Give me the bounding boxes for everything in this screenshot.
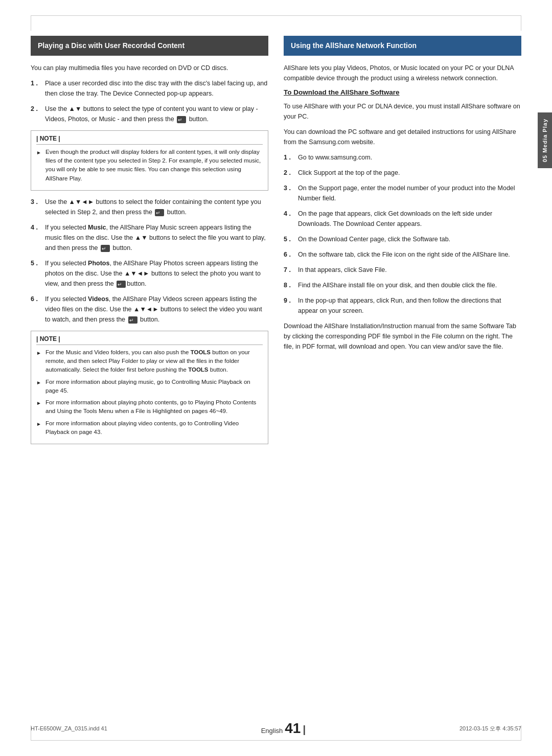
footer-page-number: 41 [285, 721, 301, 736]
left-section-header: Playing a Disc with User Recorded Conten… [31, 36, 268, 56]
right-step-8-text: Find the AllShare install file on your d… [298, 280, 521, 290]
left-step-6-text: If you selected Videos, the AllShare Pla… [45, 294, 268, 325]
left-step-1-num: 1 . [31, 78, 42, 99]
left-section-header-text: Playing a Disc with User Recorded Conten… [38, 41, 185, 50]
note-arrow-2-2: ► [36, 379, 42, 396]
note-item-2-2: ► For more information about playing mus… [36, 378, 263, 396]
right-step-6-num: 6 . [284, 249, 295, 260]
note-item-2-1: ► For the Music and Video folders, you c… [36, 348, 263, 375]
left-step-1: 1 . Place a user recorded disc into the … [31, 78, 268, 99]
left-step-5: 5 . If you selected Photos, the AllShare… [31, 258, 268, 289]
enter-button-icon-1 [177, 116, 186, 123]
note-box-2: | NOTE | ► For the Music and Video folde… [31, 331, 268, 444]
top-border [31, 15, 521, 16]
right-step-7-num: 7 . [284, 265, 295, 275]
right-step-4: 4 . On the page that appears, click Get … [284, 209, 521, 229]
right-column: Using the AllShare Network Function AllS… [284, 36, 521, 450]
left-step-6-num: 6 . [31, 294, 42, 325]
right-step-8-num: 8 . [284, 280, 295, 290]
note-text-2-2: For more information about playing music… [45, 378, 263, 396]
right-step-9-text: In the pop-up that appears, click Run, a… [298, 295, 521, 316]
left-step-2-num: 2 . [31, 104, 42, 124]
right-section-header: Using the AllShare Network Function [284, 36, 521, 56]
note-item-2-3: ► For more information about playing pho… [36, 398, 263, 416]
left-step-4-bold: Music [88, 224, 106, 231]
enter-button-icon-3 [101, 245, 110, 252]
note-arrow-2-4: ► [36, 420, 42, 437]
note-text-2-3: For more information about playing photo… [45, 398, 263, 416]
note-text-2-4: For more information about playing video… [45, 419, 263, 437]
enter-button-icon-4 [117, 281, 126, 288]
enter-button-icon-2 [155, 209, 164, 216]
left-step-5-text: If you selected Photos, the AllShare Pla… [45, 258, 268, 289]
right-step-4-num: 4 . [284, 209, 295, 229]
left-step-3-num: 3 . [31, 197, 42, 217]
right-section-header-text: Using the AllShare Network Function [291, 41, 417, 50]
side-tab-label: 05 Media Play [542, 119, 548, 162]
page-container: 05 Media Play Playing a Disc with User R… [0, 0, 552, 756]
right-step-3-num: 3 . [284, 183, 295, 203]
side-tab: 05 Media Play [538, 112, 552, 168]
left-step-3-text: Use the ▲▼◄► buttons to select the folde… [45, 197, 268, 217]
right-step-2-num: 2 . [284, 168, 295, 178]
right-step-6: 6 . On the software tab, click the File … [284, 249, 521, 260]
subsection-intro-2: You can download the PC software and get… [284, 127, 521, 147]
note-arrow-1: ► [36, 149, 42, 183]
enter-button-icon-5 [128, 316, 137, 324]
right-step-2: 2 . Click Support at the top of the page… [284, 168, 521, 178]
left-step-4-text: If you selected Music, the AllShare Play… [45, 222, 268, 253]
right-step-8: 8 . Find the AllShare install file on yo… [284, 280, 521, 290]
right-step-3: 3 . On the Support page, enter the model… [284, 183, 521, 203]
footer-left-text: HT-E6500W_ZA_0315.indd 41 [31, 725, 107, 731]
left-step-2: 2 . Use the ▲▼ buttons to select the typ… [31, 104, 268, 124]
left-step-4-num: 4 . [31, 222, 42, 253]
footer-right-text: 2012-03-15 오후 4:35:57 [459, 725, 521, 732]
left-step-4: 4 . If you selected Music, the AllShare … [31, 222, 268, 253]
right-step-5: 5 . On the Download Center page, click t… [284, 234, 521, 244]
left-step-1-text: Place a user recorded disc into the disc… [45, 78, 268, 99]
note-arrow-2-1: ► [36, 349, 42, 375]
note-item-2-4: ► For more information about playing vid… [36, 419, 263, 437]
right-step-9: 9 . In the pop-up that appears, click Ru… [284, 295, 521, 316]
left-step-6: 6 . If you selected Videos, the AllShare… [31, 294, 268, 325]
subsection-heading: To Download the AllShare Software [284, 88, 521, 96]
note-label-1: | NOTE | [36, 135, 263, 145]
left-margin-line-top [31, 15, 31, 31]
left-step-5-num: 5 . [31, 258, 42, 289]
footer: HT-E6500W_ZA_0315.indd 41 English 41 | 2… [31, 721, 521, 736]
main-content: Playing a Disc with User Recorded Conten… [31, 36, 521, 450]
left-intro: You can play multimedia files you have r… [31, 63, 268, 73]
left-step-6-bold: Videos [88, 295, 109, 303]
right-step-5-num: 5 . [284, 234, 295, 244]
subsection-intro-1: To use AllShare with your PC or DLNA dev… [284, 101, 521, 122]
right-closing: Download the AllShare Installation/Instr… [284, 321, 521, 352]
footer-english-label: English [261, 727, 283, 735]
right-margin-line-top [521, 15, 521, 31]
note-arrow-2-3: ► [36, 399, 42, 416]
footer-page-info: English 41 | [261, 721, 306, 736]
left-step-2-text: Use the ▲▼ buttons to select the type of… [45, 104, 268, 124]
right-step-7: 7 . In that appears, click Save File. [284, 265, 521, 275]
note-label-2: | NOTE | [36, 335, 263, 345]
right-step-1-num: 1 . [284, 152, 295, 163]
left-step-3: 3 . Use the ▲▼◄► buttons to select the f… [31, 197, 268, 217]
right-step-6-text: On the software tab, click the File icon… [298, 249, 521, 260]
right-step-3-text: On the Support page, enter the model num… [298, 183, 521, 203]
left-step-5-bold: Photos [88, 260, 109, 267]
right-step-2-text: Click Support at the top of the page. [298, 168, 521, 178]
note-box-1: | NOTE | ► Even though the product will … [31, 130, 268, 191]
bottom-border [31, 740, 521, 741]
right-step-9-num: 9 . [284, 295, 295, 316]
left-column: Playing a Disc with User Recorded Conten… [31, 36, 268, 450]
right-step-1: 1 . Go to www.samsung.com. [284, 152, 521, 163]
right-intro: AllShare lets you play Videos, Photos, o… [284, 63, 521, 83]
right-step-7-text: In that appears, click Save File. [298, 265, 521, 275]
right-step-5-text: On the Download Center page, click the S… [298, 234, 521, 244]
note-text-2-1: For the Music and Video folders, you can… [45, 348, 263, 375]
note-text-1-1: Even though the product will display fol… [45, 148, 263, 183]
footer-pipe: | [303, 724, 306, 736]
note-item-1-1: ► Even though the product will display f… [36, 148, 263, 183]
right-step-4-text: On the page that appears, click Get down… [298, 209, 521, 229]
right-step-1-text: Go to www.samsung.com. [298, 152, 521, 163]
